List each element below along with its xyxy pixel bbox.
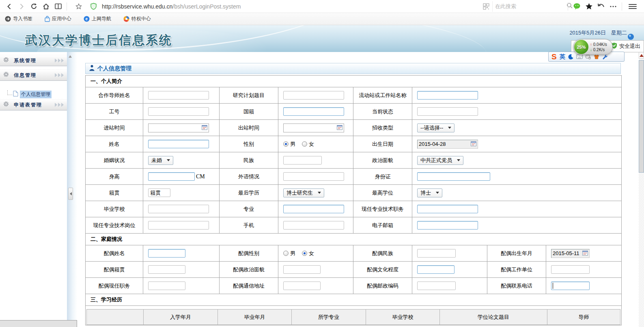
spouse-current-position-input[interactable] <box>148 282 185 290</box>
scroll-up-icon[interactable] <box>69 55 72 58</box>
current-status-input[interactable] <box>417 107 478 116</box>
marital-status-select[interactable]: 未婚 <box>148 156 173 165</box>
sidebar-collapse-handle[interactable] <box>68 188 73 200</box>
research-plan-title-cell <box>278 87 353 104</box>
nationality-label: 国籍 <box>220 104 278 120</box>
major-input[interactable] <box>283 205 344 213</box>
network-speed-widget[interactable]: 25% ↑ 0.04K/s ↓ 0.2K/s <box>573 39 613 55</box>
sidebar-item-info-management[interactable]: 信息管理 <box>0 69 67 81</box>
spouse-employer-label: 配偶工作单位 <box>487 262 546 278</box>
highest-degree-select[interactable]: 博士 <box>417 188 442 197</box>
ethnicity-input[interactable] <box>283 156 322 165</box>
person-name-input[interactable] <box>148 140 209 148</box>
spouse-employer-input[interactable] <box>551 265 590 274</box>
graduate-school-input[interactable] <box>148 205 209 213</box>
keyboard-icon[interactable] <box>576 54 583 59</box>
more-options-icon[interactable] <box>607 1 619 12</box>
back-button[interactable] <box>3 1 15 12</box>
favorites-star-icon[interactable] <box>583 1 595 12</box>
bookmark-privilege-center[interactable]: 特权中心 <box>123 15 151 22</box>
foreign-language-cell <box>278 169 353 185</box>
undo-icon[interactable] <box>595 1 607 12</box>
study-col-header-0 <box>87 310 144 325</box>
email-input[interactable] <box>417 221 478 230</box>
bookmark-star-icon[interactable] <box>73 1 85 12</box>
search-input[interactable] <box>495 3 566 9</box>
skin-tshirt-icon[interactable] <box>594 54 599 59</box>
id-card-input[interactable] <box>417 172 490 181</box>
sidebar-subitem-personal-info-management[interactable]: 个人信息管理 <box>0 90 67 98</box>
address-bar[interactable]: http://rsbservice.whu.edu.cn/bsh/userLog… <box>69 1 426 12</box>
spouse-postcode-input[interactable] <box>417 282 456 290</box>
spouse-gender-radio-male[interactable] <box>283 251 289 256</box>
sogou-logo-icon[interactable]: S <box>551 53 557 61</box>
research-plan-title-input[interactable] <box>283 91 344 100</box>
scrollbar-up-button[interactable] <box>639 52 644 58</box>
gender-label: 性别 <box>220 136 278 152</box>
spouse-ethnicity-input[interactable] <box>417 249 456 258</box>
current-professional-post-input[interactable] <box>148 221 209 230</box>
entry-date-datepicker[interactable] <box>148 123 209 132</box>
native-place-input[interactable] <box>148 188 170 197</box>
last-education-cell: 博士研究生 <box>278 185 353 201</box>
spouse-mailing-address-label: 配偶通信地址 <box>220 278 278 294</box>
spouse-gender-radiogroup: 男女 <box>283 250 314 257</box>
url-text[interactable]: http://rsbservice.whu.edu.cn/bsh/userLog… <box>102 3 241 10</box>
bookmark-web-nav[interactable]: e上网导航 <box>84 15 111 22</box>
height-input[interactable] <box>148 172 195 181</box>
mobile-phone-input[interactable] <box>283 221 344 230</box>
spouse-birth-date-cell: 2015-05-11 <box>546 245 622 262</box>
calendar-icon[interactable] <box>202 124 207 132</box>
cosupervisor-name-input[interactable] <box>148 91 209 100</box>
moon-icon[interactable] <box>568 54 573 60</box>
spouse-native-place-input[interactable] <box>148 265 185 274</box>
section-title-family: 二、家庭情况 <box>86 234 622 245</box>
sidebar-item-system-management[interactable]: 系统管理 <box>0 55 67 66</box>
spouse-birth-date-datepicker[interactable]: 2015-05-11 <box>551 249 590 258</box>
scrollbar-thumb[interactable] <box>639 60 644 173</box>
employee-id-input[interactable] <box>148 107 209 116</box>
menu-hamburger-icon[interactable] <box>629 4 637 9</box>
qr-code-icon[interactable] <box>480 1 492 12</box>
chevron-down-icon <box>448 127 451 129</box>
reading-mode-icon[interactable] <box>52 1 64 12</box>
study-col-header-6: 导师 <box>547 310 620 325</box>
native-place-label: 籍贯 <box>86 185 143 201</box>
security-shield-icon[interactable] <box>87 1 99 12</box>
refresh-button[interactable] <box>28 1 40 12</box>
calendar-icon[interactable] <box>471 141 476 148</box>
spouse-education-level-label: 配偶文化程度 <box>353 262 412 278</box>
foreign-language-input[interactable] <box>283 172 344 181</box>
major-label: 专业 <box>220 201 278 217</box>
ime-language-toggle[interactable]: 英 <box>560 53 565 61</box>
toolbar-divider <box>568 2 568 11</box>
spouse-phone-input[interactable] <box>551 282 590 290</box>
calendar-icon[interactable] <box>337 124 342 132</box>
home-button[interactable] <box>40 1 52 12</box>
wechat-icon[interactable] <box>571 1 583 12</box>
last-education-select[interactable]: 博士研究生 <box>283 188 324 197</box>
calendar-icon[interactable] <box>582 250 588 257</box>
sidebar-item-application-form-management[interactable]: 申请表管理 <box>0 99 67 110</box>
recruit-type-select[interactable]: --请选择-- <box>417 123 454 132</box>
nationality-input[interactable] <box>283 107 344 116</box>
bookmark-app-center[interactable]: 应用中心 <box>45 15 71 22</box>
spouse-name-input[interactable] <box>148 249 185 258</box>
marital-status-cell: 未婚 <box>143 152 220 169</box>
gender-radio-female[interactable] <box>302 141 307 147</box>
bookmark-import-bookmarks[interactable]: 导入书签 <box>5 15 32 22</box>
current-professional-title-input[interactable] <box>417 205 478 213</box>
spouse-mailing-address-input[interactable] <box>283 282 321 290</box>
spouse-political-status-input[interactable] <box>283 265 321 274</box>
station-name-input[interactable] <box>417 91 478 100</box>
forward-button[interactable] <box>15 1 28 12</box>
page-scrollbar[interactable] <box>639 52 644 327</box>
spouse-education-level-input[interactable] <box>417 265 454 274</box>
political-status-select[interactable]: 中共正式党员 <box>417 156 463 165</box>
gender-radio-male[interactable] <box>283 141 289 147</box>
birth-date-datepicker[interactable]: 2015-04-28 <box>417 140 478 149</box>
height-label: 身高 <box>86 169 143 185</box>
exit-date-datepicker[interactable] <box>283 123 344 132</box>
cosupervisor-name-cell <box>143 87 220 104</box>
spouse-gender-radio-female[interactable] <box>302 251 307 256</box>
